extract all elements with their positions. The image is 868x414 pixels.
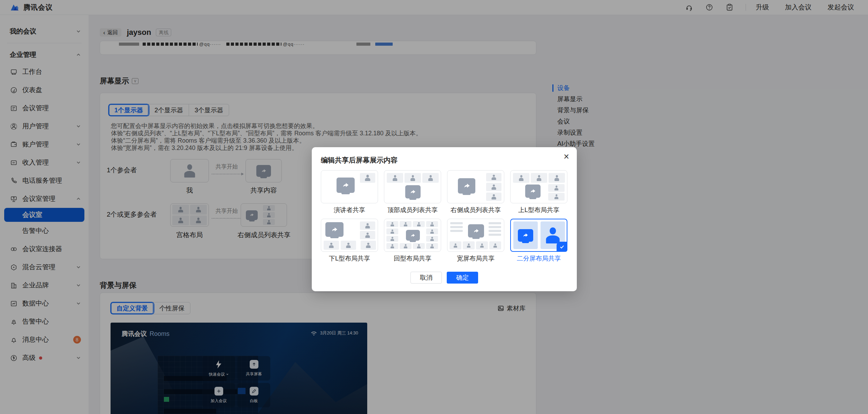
option-label: 宽屏布局共享 [447,255,504,262]
option-right-member-list-share[interactable]: 右侧成员列表共享 [447,170,504,214]
option-label: 回型布局共享 [384,255,441,262]
option-label: 顶部成员列表共享 [384,206,441,214]
option-split-screen-layout-share[interactable]: 二分屏布局共享 [510,219,567,262]
layout-thumbnail [447,219,504,252]
layout-thumbnail [321,170,378,203]
option-surround-layout-share[interactable]: 回型布局共享 [384,219,441,262]
confirm-button[interactable]: 确定 [447,272,478,284]
layout-thumbnail [447,170,504,203]
layout-options-grid: 演讲者共享 顶部成员列表共享 右侧成 [321,170,567,262]
app-root: 腾讯会议 升级 加入会议 发起会议 [0,0,868,414]
layout-thumbnail [384,170,441,203]
selected-check-icon [557,242,567,252]
option-widescreen-layout-share[interactable]: 宽屏布局共享 [447,219,504,262]
option-label: 下L型布局共享 [321,255,378,262]
modal-footer: 取消 确定 [312,272,577,284]
option-label: 右侧成员列表共享 [447,206,504,214]
option-speaker-share[interactable]: 演讲者共享 [321,170,378,214]
option-label: 演讲者共享 [321,206,378,214]
close-icon[interactable]: × [564,152,569,161]
option-label: 二分屏布局共享 [510,255,567,262]
option-label: 上L型布局共享 [510,206,567,214]
cancel-button[interactable]: 取消 [410,272,442,284]
layout-thumbnail [510,219,567,252]
option-top-l-layout-share[interactable]: 上L型布局共享 [510,170,567,214]
modal-title: 编辑共享后屏幕展示内容 [321,156,398,165]
edit-share-layout-modal: 编辑共享后屏幕展示内容 × 演讲者共享 顶部成员列表共享 [312,147,577,291]
layout-thumbnail [510,170,567,203]
layout-thumbnail [384,219,441,252]
option-top-member-list-share[interactable]: 顶部成员列表共享 [384,170,441,214]
layout-thumbnail [321,219,378,252]
option-bottom-l-layout-share[interactable]: 下L型布局共享 [321,219,378,262]
